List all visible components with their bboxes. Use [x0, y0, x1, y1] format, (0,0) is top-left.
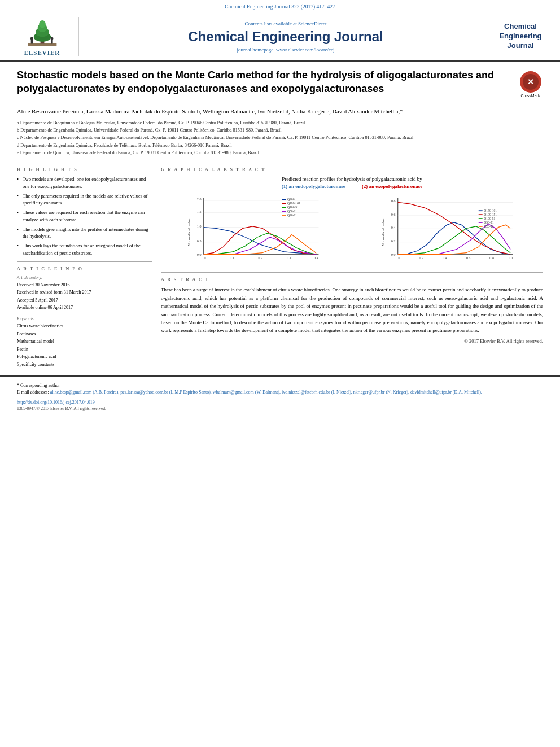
svg-text:Normalized value: Normalized value [381, 219, 385, 246]
keyword-3: Mathematical model [17, 338, 152, 346]
article-title: Stochastic models based on the Monte Car… [17, 68, 512, 98]
revised-date: Received in revised form 31 March 2017 [17, 289, 152, 296]
received-date: Received 30 November 2016 [17, 281, 152, 289]
elsevier-logo: ELSEVIER [23, 17, 62, 56]
keywords-label: Keywords: [17, 316, 152, 321]
svg-text:Q50-21: Q50-21 [484, 221, 493, 224]
svg-point-6 [30, 37, 33, 40]
svg-text:0.1: 0.1 [230, 256, 234, 260]
graphical-abstract-label: G R A P H I C A L A B S T R A C T [161, 167, 543, 172]
crossmark-icon: ✕ [520, 71, 541, 93]
svg-rect-61 [478, 222, 482, 223]
graph-title: Predicted reaction profiles for hydrolys… [161, 176, 543, 190]
chart1-container: Normalized value 0.0 0.5 1.0 1.5 2.0 0.0… [161, 193, 349, 268]
svg-text:0.5: 0.5 [197, 239, 202, 243]
svg-text:0.0: 0.0 [391, 253, 395, 256]
svg-rect-31 [282, 207, 286, 208]
article-info: A R T I C L E I N F O Article history: R… [17, 267, 152, 369]
corresponding-author-note: * Corresponding author. [17, 382, 543, 390]
journal-sidebar-title: ChemicalEngineeringJournal [492, 17, 549, 56]
history-label: Article history: [17, 275, 152, 280]
svg-text:0.0: 0.0 [395, 256, 400, 260]
svg-text:Normalized value: Normalized value [187, 219, 191, 246]
left-column: H I G H L I G H T S Two models are devel… [17, 167, 152, 368]
affiliation-a: a Departamento de Bioquímica e Biologia … [17, 120, 543, 126]
svg-text:0.8: 0.8 [391, 200, 395, 203]
svg-rect-7 [30, 40, 32, 44]
svg-rect-33 [282, 211, 286, 212]
chart2-container: Normalized value 0.0 0.2 0.4 0.6 0.8 0.0… [355, 193, 544, 268]
article-info-label: A R T I C L E I N F O [17, 267, 152, 272]
svg-rect-29 [282, 203, 286, 204]
svg-text:1.0: 1.0 [197, 225, 202, 228]
highlight-item-3: These values are required for each react… [17, 209, 152, 224]
svg-text:0.8: 0.8 [489, 256, 494, 260]
keyword-6: Specificity constants [17, 361, 152, 369]
email-label: E-mail addresses: [17, 390, 49, 395]
svg-point-8 [50, 37, 53, 40]
abstract-section: A B S T R A C T There has been a surge o… [161, 277, 543, 343]
highlight-item-2: The only parameters required in the mode… [17, 193, 152, 207]
svg-text:Q20-11: Q20-11 [287, 213, 297, 217]
svg-text:Q199-151: Q199-151 [484, 213, 497, 216]
graphical-abstract: G R A P H I C A L A B S T R A C T Predic… [161, 167, 543, 268]
affiliation-b: b Departamento de Engenharia Química, Un… [17, 127, 543, 134]
journal-reference-bar: Chemical Engineering Journal 322 (2017) … [0, 0, 560, 12]
authors-line: Aline Bescrovaine Pereira a, Larissa Mad… [17, 108, 543, 116]
svg-text:0.0: 0.0 [197, 253, 202, 256]
svg-text:0.2: 0.2 [391, 239, 395, 243]
svg-text:0.4: 0.4 [443, 256, 447, 260]
footer-section: * Corresponding author. E-mail addresses… [0, 375, 560, 417]
affiliation-c: c Núcleo de Pesquisa e Desenvolvimento e… [17, 134, 543, 141]
svg-rect-59 [478, 219, 482, 220]
svg-text:Q100-51: Q100-51 [287, 206, 299, 209]
two-column-layout: H I G H L I G H T S Two models are devel… [17, 161, 543, 368]
issn-line: 1385-8947/© 2017 Elsevier B.V. All right… [17, 406, 543, 411]
copyright-line: © 2017 Elsevier B.V. All rights reserved… [161, 338, 543, 344]
svg-text:0.4: 0.4 [314, 256, 318, 260]
highlights-list: Two models are developed: one for endopo… [17, 176, 152, 257]
affiliation-e: e Departamento de Química, Universidade … [17, 150, 543, 156]
svg-text:0.2: 0.2 [259, 256, 263, 260]
affiliation-d: d Departamento de Engenharia Química, Fa… [17, 142, 543, 149]
elsevier-logo-section: ELSEVIER [11, 17, 79, 56]
email-addresses: E-mail addresses: aline.besp@gmail.com (… [17, 389, 543, 396]
svg-text:0.2: 0.2 [419, 256, 423, 260]
svg-text:0.3: 0.3 [287, 256, 291, 260]
svg-text:Q100-51: Q100-51 [484, 217, 495, 220]
accepted-date: Accepted 5 April 2017 [17, 296, 152, 304]
keyword-5: Polygalacturonic acid [17, 353, 152, 361]
svg-rect-9 [51, 40, 53, 44]
elsevier-tree-icon [23, 17, 62, 48]
sciencedirect-link: Contents lists available at ScienceDirec… [245, 21, 327, 27]
crossmark-label: CrossMark [521, 94, 540, 98]
homepage-link[interactable]: www.elsevier.com/locate/cej [276, 47, 334, 53]
abstract-label: A B S T R A C T [161, 277, 543, 282]
svg-text:0.6: 0.6 [391, 213, 395, 216]
main-content: Stochastic models based on the Monte Car… [0, 62, 560, 375]
keyword-4: Pectin [17, 346, 152, 353]
svg-text:Q150-101: Q150-101 [484, 209, 497, 212]
journal-homepage: journal homepage: www.elsevier.com/locat… [237, 47, 335, 53]
elsevier-wordmark: ELSEVIER [24, 49, 60, 56]
svg-rect-55 [478, 211, 482, 212]
journal-header: ELSEVIER Contents lists available at Sci… [0, 12, 560, 62]
svg-text:0.4: 0.4 [391, 226, 395, 230]
email-list: aline.besp@gmail.com (A.B. Pereira), pes… [50, 390, 482, 395]
right-column: G R A P H I C A L A B S T R A C T Predic… [161, 167, 543, 368]
svg-text:Q20-11: Q20-11 [484, 225, 493, 228]
keyword-2: Pectinases [17, 330, 152, 338]
svg-text:Q199-101: Q199-101 [287, 202, 300, 205]
doi-link[interactable]: http://dx.doi.org/10.1016/j.cej.2017.04.… [17, 400, 543, 405]
sciencedirect-text[interactable]: ScienceDirect [298, 21, 326, 27]
highlight-item-5: This work lays the foundations for an in… [17, 242, 152, 257]
svg-rect-57 [478, 215, 482, 216]
journal-header-center: Contents lists available at ScienceDirec… [79, 17, 492, 56]
authors: Aline Bescrovaine Pereira a, Larissa Mad… [17, 108, 403, 115]
keyword-1: Citrus waste biorefineries [17, 322, 152, 330]
svg-text:Q200: Q200 [287, 198, 295, 201]
chart2-svg: Normalized value 0.0 0.2 0.4 0.6 0.8 0.0… [355, 193, 544, 267]
svg-text:Q50-21: Q50-21 [287, 209, 297, 213]
chart1-svg: Normalized value 0.0 0.5 1.0 1.5 2.0 0.0… [161, 193, 349, 267]
svg-text:0.0: 0.0 [202, 256, 206, 260]
